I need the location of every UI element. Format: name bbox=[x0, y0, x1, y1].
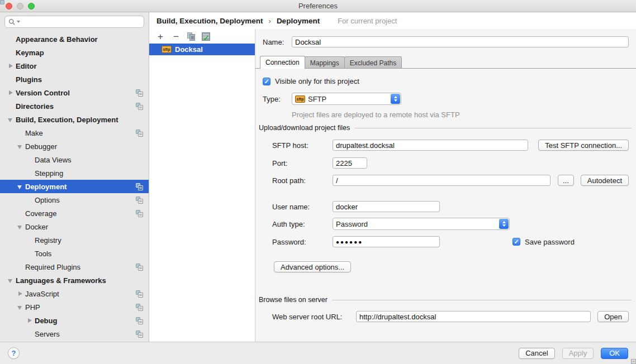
sidebar-item-directories[interactable]: Directories bbox=[0, 99, 149, 113]
port-input[interactable]: 2225 bbox=[333, 157, 367, 169]
open-url-button[interactable]: Open bbox=[597, 311, 629, 322]
settings-tree: Appearance & BehaviorKeymapEditorPlugins… bbox=[0, 32, 149, 342]
sidebar-item-deployment[interactable]: Deployment bbox=[0, 180, 149, 193]
use-as-default-icon[interactable]: ✓ bbox=[202, 32, 210, 41]
sftp-server-icon: sftp bbox=[162, 46, 172, 53]
sidebar-item-make[interactable]: Make bbox=[0, 126, 149, 140]
sidebar-item-tools[interactable]: Tools bbox=[0, 247, 149, 260]
password-input[interactable]: ●●●●●● bbox=[333, 236, 440, 247]
type-select-stepper-icon[interactable] bbox=[391, 94, 400, 104]
sidebar-item-data-views[interactable]: Data Views bbox=[0, 153, 149, 166]
sidebar-item-servers[interactable]: Servers bbox=[0, 327, 149, 341]
tree-expanded-arrow-icon[interactable] bbox=[17, 143, 23, 149]
tree-collapsed-arrow-icon[interactable] bbox=[8, 63, 13, 69]
sidebar-item-coverage[interactable]: Coverage bbox=[0, 207, 149, 220]
auth-type-select[interactable]: Password bbox=[333, 218, 510, 230]
tree-spacer bbox=[17, 264, 23, 270]
tree-collapsed-arrow-icon[interactable] bbox=[27, 318, 32, 323]
sidebar-item-registry[interactable]: Registry bbox=[0, 233, 149, 247]
server-item-docksal[interactable]: sftpDocksal bbox=[149, 44, 255, 55]
sidebar-item-version-control[interactable]: Version Control bbox=[0, 86, 149, 99]
sidebar-item-appearance-behavior[interactable]: Appearance & Behavior bbox=[0, 32, 149, 46]
sidebar-item-stepping[interactable]: Stepping bbox=[0, 166, 149, 180]
sidebar-item-label: Editor bbox=[16, 62, 37, 70]
for-current-project-hint: For current project bbox=[328, 17, 397, 25]
advanced-options-button[interactable]: Advanced options... bbox=[274, 261, 351, 272]
sidebar-item-label: Appearance & Behavior bbox=[16, 35, 98, 44]
web-root-input[interactable]: http://drupaltest.docksal bbox=[356, 311, 591, 322]
tree-expanded-arrow-icon[interactable] bbox=[17, 224, 23, 229]
tree-collapsed-arrow-icon[interactable] bbox=[17, 291, 23, 296]
sidebar-item-label: Required Plugins bbox=[25, 263, 80, 271]
current-project-icon bbox=[136, 304, 143, 311]
current-project-icon bbox=[136, 210, 143, 217]
search-options-caret-icon[interactable] bbox=[17, 21, 20, 23]
apply-button: Apply bbox=[562, 348, 594, 359]
current-project-icon bbox=[136, 130, 143, 137]
sidebar-item-label: Data Views bbox=[35, 156, 72, 164]
current-project-icon bbox=[136, 89, 143, 97]
settings-search-input[interactable] bbox=[4, 16, 144, 28]
settings-sidebar: Appearance & BehaviorKeymapEditorPlugins… bbox=[0, 12, 149, 342]
type-select[interactable]: sftp SFTP bbox=[292, 93, 401, 105]
sidebar-item-docker[interactable]: Docker bbox=[0, 220, 149, 233]
sidebar-item-languages-frameworks[interactable]: Languages & Frameworks bbox=[0, 274, 149, 287]
test-sftp-connection-button[interactable]: Test SFTP connection... bbox=[538, 140, 629, 151]
tab-divider bbox=[255, 68, 636, 69]
sidebar-item-keymap[interactable]: Keymap bbox=[0, 46, 149, 59]
tree-spacer bbox=[27, 237, 32, 243]
sidebar-item-debugger[interactable]: Debugger bbox=[0, 140, 149, 153]
autodetect-button[interactable]: Autodetect bbox=[581, 175, 629, 186]
current-project-icon bbox=[136, 331, 143, 338]
root-path-label: Root path: bbox=[272, 176, 333, 185]
add-server-icon[interactable]: + bbox=[156, 32, 165, 41]
copy-server-icon[interactable] bbox=[187, 32, 195, 41]
dialog-footer: ? Cancel Apply OK bbox=[0, 342, 636, 364]
tab-excluded-paths[interactable]: Excluded Paths bbox=[344, 56, 402, 69]
current-project-icon bbox=[136, 197, 143, 204]
user-name-input[interactable]: docker bbox=[333, 201, 440, 212]
cancel-button[interactable]: Cancel bbox=[519, 348, 554, 359]
browse-section-title: Browse files on server bbox=[259, 296, 328, 304]
user-name-label: User name: bbox=[272, 203, 333, 211]
visible-only-checkbox[interactable]: ✓ bbox=[263, 78, 270, 85]
sftp-host-label: SFTP host: bbox=[272, 141, 333, 150]
sidebar-item-label: Debug bbox=[35, 317, 57, 325]
tab-mappings[interactable]: Mappings bbox=[305, 56, 345, 69]
sidebar-item-label: JavaScript bbox=[25, 290, 59, 298]
sidebar-item-required-plugins[interactable]: Required Plugins bbox=[0, 260, 149, 274]
sidebar-item-php[interactable]: PHP bbox=[0, 300, 149, 314]
breadcrumb-category[interactable]: Build, Execution, Deployment bbox=[156, 17, 263, 25]
tree-expanded-arrow-icon[interactable] bbox=[17, 304, 23, 310]
help-button[interactable]: ? bbox=[8, 347, 20, 359]
type-label: Type: bbox=[263, 95, 292, 103]
sidebar-item-javascript[interactable]: JavaScript bbox=[0, 287, 149, 300]
tab-connection[interactable]: Connection bbox=[260, 56, 305, 69]
type-hint: Project files are deployed to a remote h… bbox=[292, 111, 460, 119]
breadcrumb: Build, Execution, Deployment › Deploymen… bbox=[149, 12, 636, 29]
deployment-config-panel: Name: Docksal Connection Mappings Exclud… bbox=[255, 29, 636, 342]
ok-button[interactable]: OK bbox=[601, 348, 628, 359]
tree-expanded-arrow-icon[interactable] bbox=[17, 184, 23, 189]
sidebar-item-plugins[interactable]: Plugins bbox=[0, 73, 149, 86]
tree-spacer bbox=[8, 103, 13, 109]
root-path-input[interactable]: / bbox=[333, 175, 550, 186]
sidebar-item-debug[interactable]: Debug bbox=[0, 314, 149, 327]
sidebar-item-label: Coverage bbox=[25, 209, 56, 218]
tree-spacer bbox=[17, 210, 23, 216]
tree-collapsed-arrow-icon[interactable] bbox=[8, 90, 13, 95]
name-label: Name: bbox=[263, 38, 292, 46]
sidebar-item-options[interactable]: Options bbox=[0, 193, 149, 207]
sftp-host-input[interactable]: drupaltest.docksal bbox=[333, 140, 528, 151]
tree-expanded-arrow-icon[interactable] bbox=[8, 117, 13, 122]
sidebar-item-build-execution-deployment[interactable]: Build, Execution, Deployment bbox=[0, 113, 149, 126]
current-project-icon bbox=[136, 183, 143, 190]
remove-server-icon[interactable]: − bbox=[172, 32, 181, 41]
root-path-browse-button[interactable]: ... bbox=[558, 175, 574, 186]
name-input[interactable]: Docksal bbox=[292, 36, 629, 47]
save-password-checkbox[interactable]: ✓ bbox=[512, 238, 520, 246]
tree-expanded-arrow-icon[interactable] bbox=[8, 277, 13, 283]
sidebar-item-editor[interactable]: Editor bbox=[0, 59, 149, 73]
auth-type-value: Password bbox=[336, 220, 509, 228]
auth-type-select-stepper-icon[interactable] bbox=[499, 219, 509, 229]
